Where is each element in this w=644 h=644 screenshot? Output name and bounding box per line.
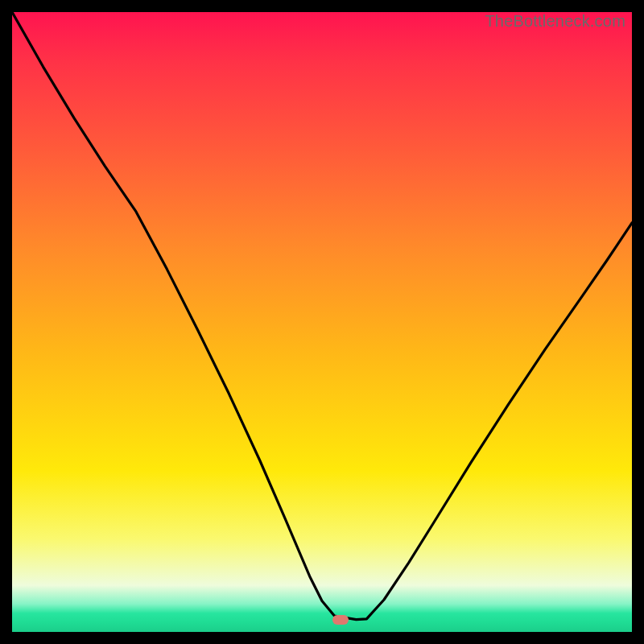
plot-area: TheBottleneck.com (12, 12, 632, 632)
chart-stage: TheBottleneck.com (0, 0, 644, 644)
bottleneck-curve (12, 12, 632, 632)
watermark-text: TheBottleneck.com (485, 12, 625, 31)
minimum-marker (332, 615, 349, 625)
